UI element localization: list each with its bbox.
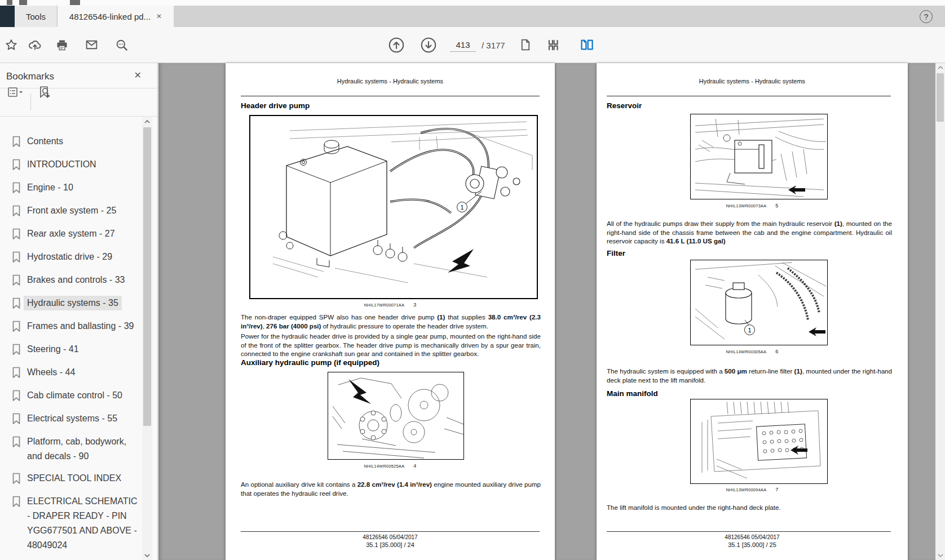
figure-auxiliary-pump (328, 372, 464, 460)
bookmark-label: INTRODUCTION (27, 157, 96, 172)
figure-header-drive-pump: 1 (249, 115, 538, 299)
figure-number: 6 (775, 349, 778, 354)
scroll-down-arrow[interactable] (935, 551, 945, 560)
single-page-view-button[interactable] (516, 36, 534, 54)
previous-page-button[interactable] (387, 36, 405, 54)
bookmark-item[interactable]: Engine - 10 (0, 177, 142, 200)
bookmark-icon (11, 250, 21, 265)
figure-filter: 1 (690, 260, 828, 345)
scroll-down-arrow[interactable] (142, 551, 152, 560)
page-display-button[interactable] (544, 36, 562, 54)
page-total-label: / 3177 (482, 41, 505, 50)
search-more-icon (114, 38, 129, 52)
home-block[interactable] (0, 6, 15, 27)
tab-document[interactable]: 48126546-linked pd... ✕ (58, 6, 174, 27)
email-button[interactable] (82, 36, 100, 54)
bookmark-item[interactable]: Cab climate control - 50 (0, 385, 142, 408)
window-chrome-fragment (70, 0, 80, 5)
bookmark-item[interactable]: ELECTRICAL SCHEMATIC - NON-DRAPER READY (0, 557, 142, 560)
tab-document-label: 48126546-linked pd... (69, 12, 151, 21)
bookmark-item[interactable]: Brakes and controls - 33 (0, 269, 142, 292)
figure-5-art (691, 114, 827, 199)
figure-caption: NHIL17WR00071AA3 (226, 302, 555, 308)
divider (0, 116, 157, 117)
bookmark-item[interactable]: Platform, cab, bodywork, and decals - 90 (0, 431, 142, 468)
bookmark-item[interactable]: Frames and ballasting - 39 (0, 315, 142, 339)
sidebar-scrollbar[interactable] (142, 117, 152, 560)
paragraph: The hydraulic system is equipped with a … (607, 367, 892, 384)
document-scrollbar-thumb[interactable] (937, 73, 944, 122)
scroll-up-arrow[interactable] (935, 63, 945, 72)
figure-caption: NHIL13WR00073AA5 (597, 203, 908, 208)
star-icon (5, 38, 18, 52)
figure-number: 3 (413, 302, 416, 308)
bookmark-icon (11, 203, 21, 219)
running-header: Hydraulic systems - Hydraulic systems (226, 78, 555, 85)
bookmark-icon (11, 134, 21, 150)
bookmark-item[interactable]: Steering - 41 (0, 339, 142, 362)
figure-number: 4 (413, 463, 416, 469)
bookmark-label: Rear axle system - 27 (27, 226, 115, 241)
figure-7-art (691, 399, 827, 483)
sidebar-scrollbar-thumb[interactable] (143, 127, 151, 426)
bookmark-icon (11, 411, 21, 427)
bookmark-item[interactable]: Hydraulic systems - 35 (0, 292, 142, 315)
tab-tools-label: Tools (26, 12, 46, 21)
share-upload-button[interactable] (26, 36, 44, 54)
tab-tools[interactable]: Tools (15, 6, 58, 27)
bookmark-item[interactable]: Hydrostatic drive - 29 (0, 246, 142, 269)
divider (30, 94, 31, 110)
bookmark-item[interactable]: Electrical systems - 55 (0, 408, 142, 431)
arrow-up-circle-icon (388, 37, 405, 54)
find-current-bookmark-button[interactable] (35, 83, 54, 102)
next-page-button[interactable] (419, 36, 438, 54)
bookmark-item[interactable]: Wheels - 44 (0, 362, 142, 385)
bookmark-item[interactable]: ELECTRICAL SCHEMATIC - DRAPER READY - PI… (0, 491, 142, 557)
document-scrollbar[interactable] (935, 63, 945, 560)
tab-bar: Tools 48126546-linked pd... ✕ ? (0, 6, 945, 27)
help-icon: ? (924, 12, 929, 21)
divider (607, 531, 891, 532)
section-heading: Main manifold (607, 389, 658, 398)
bookmark-label: Cab climate control - 50 (27, 388, 122, 403)
bookmark-icon (11, 319, 21, 335)
page-number-input[interactable] (450, 38, 476, 52)
divider (607, 96, 891, 96)
bookmark-list: Contents INTRODUCTION Engine - 10 Front … (0, 131, 142, 560)
two-page-view-button[interactable] (577, 36, 595, 54)
divider (241, 531, 540, 532)
section-heading: Header drive pump (241, 101, 310, 110)
window-chrome-fragment (7, 0, 12, 5)
figure-code: NHIL14WR00305AA (726, 349, 766, 354)
bookmark-icon (11, 365, 21, 381)
bookmark-item[interactable]: SPECIAL TOOL INDEX (0, 468, 142, 491)
figure-number: 5 (775, 203, 778, 208)
scrolling-pages-icon (546, 38, 560, 52)
bookmark-label: Front axle system - 25 (27, 203, 116, 218)
bookmark-options-button[interactable] (5, 83, 27, 102)
figure-caption: NHIL14WR00525AA4 (226, 463, 555, 469)
bookmarks-title: Bookmarks (6, 71, 54, 82)
page-footer-doc-id: 48126546 05/04/2017 (226, 534, 555, 540)
bookmarks-close-icon[interactable]: ✕ (134, 70, 142, 81)
bookmark-item[interactable]: Front axle system - 25 (0, 200, 142, 223)
page-icon (518, 38, 532, 52)
bookmark-label: Brakes and controls - 33 (27, 273, 125, 287)
print-button[interactable] (53, 36, 71, 54)
window-chrome-strip (0, 0, 945, 6)
bookmark-icon (11, 180, 21, 196)
search-button[interactable] (113, 36, 131, 54)
tab-close-icon[interactable]: ✕ (156, 12, 162, 20)
bookmark-icon (11, 471, 21, 487)
bookmark-item[interactable]: Rear axle system - 27 (0, 223, 142, 246)
paragraph: An optional auxiliary drive kit contains… (241, 480, 541, 497)
bookmark-item[interactable]: Contents (0, 131, 142, 154)
bookmark-label: Frames and ballasting - 39 (27, 319, 134, 334)
bookmark-label: Steering - 41 (27, 342, 79, 357)
favorite-star-button[interactable] (2, 36, 20, 54)
help-button[interactable]: ? (920, 10, 933, 23)
bookmark-item[interactable]: INTRODUCTION (0, 154, 142, 177)
bookmark-icon (11, 226, 21, 242)
figure-code: NHIL17WR00071AA (364, 303, 404, 308)
scroll-up-arrow[interactable] (142, 117, 152, 126)
